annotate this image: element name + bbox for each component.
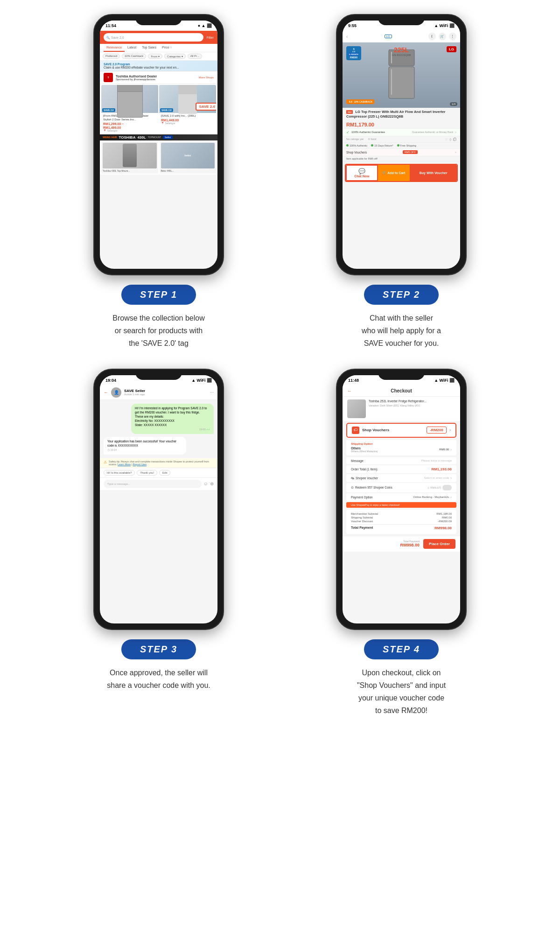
phone1-filter-btn[interactable]: Filter xyxy=(206,36,214,39)
order-summary: Merchandise Subtotal RM1,198.00 Shipping… xyxy=(346,510,456,534)
chat-emoji-btn[interactable]: ☺ xyxy=(203,481,208,486)
product-card-2[interactable]: SAVE 2.0 SAVE 2.0 [SAVE 2.0 with] Inv...… xyxy=(159,85,216,133)
product2-name: [SAVE 2.0 with] Inv... (290L) xyxy=(161,114,214,118)
step2-col: 9:55 ▲ WiFi ⬛ ‹ LG ⟨ 🛒 ⋮ xyxy=(289,14,513,350)
payment-value: Online Banking - Maybank2u xyxy=(413,496,449,498)
product2-info: [SAVE 2.0 with] Inv... (290L) RM1,449.00… xyxy=(159,113,216,126)
pd-back-btn[interactable]: ‹ xyxy=(346,34,348,39)
shipping-arrow: › xyxy=(450,448,452,452)
pd-menu-icon[interactable]: ⋮ xyxy=(449,33,456,40)
step2-description: Chat with the sellerwho will help apply … xyxy=(362,312,441,350)
quick-replies: Hi! Is this available? Thank you! Edit xyxy=(100,468,217,477)
phone1-search-bar[interactable]: 🔍 Save 2.0 xyxy=(104,33,203,42)
phone1-time: 11:54 xyxy=(105,23,116,28)
sv-code: Select or enter code xyxy=(424,476,449,479)
beko-product-info: Beko 448L... xyxy=(161,169,215,172)
haier-bottom xyxy=(178,94,197,114)
tab-latest[interactable]: Latest xyxy=(125,44,139,52)
toshiba-size: 430L xyxy=(137,135,146,140)
shopee-voucher-row: 🛍 Shopee Voucher Select or enter code › xyxy=(346,474,456,482)
filter-cashback[interactable]: 10% Cashback xyxy=(122,54,146,59)
step1-col: 11:54 ● ▲ ⬛ 🔍 Save 2.0 Filter Relevance xyxy=(47,14,271,350)
summary-voucher-discount: Voucher Discount -RM200.09 xyxy=(351,520,452,523)
step4-col: 11:48 ▲ WiFi ⬛ ← Checkout Toshiba 252L I… xyxy=(289,369,513,717)
pd-share-icon[interactable]: ⟨ xyxy=(428,33,436,40)
product-card-1[interactable]: SAVE 2.0 [From RM1099 with SAVE 2.0] Hai… xyxy=(101,85,158,133)
large-product-beko[interactable]: beko Beko 448L... xyxy=(160,141,217,174)
pd-delivery-row: 100% Authentic 15 Days Return* Free Ship… xyxy=(343,143,460,149)
redeem-toggle[interactable] xyxy=(442,485,452,490)
place-order-bar: Total Payment RM998.00 Place Order xyxy=(343,536,460,552)
shipping-price-arrow: RM0.00 › xyxy=(439,448,452,452)
chat-input-bar: Type a message... ☺ ⊕ xyxy=(100,477,217,490)
filter-allpr[interactable]: All Pr... xyxy=(188,54,202,59)
hot-badge: Hot xyxy=(346,110,353,114)
report-user-link[interactable]: Report User xyxy=(133,463,147,466)
msg-received-1-time: ◷ 19:04 xyxy=(107,448,182,452)
pd-header-icons: ⟨ 🛒 ⋮ xyxy=(428,33,456,40)
voucher-label: Shop Vouchers xyxy=(362,428,424,432)
quick-reply-1[interactable]: Hi! Is this available? xyxy=(104,470,135,476)
chat-input-placeholder: Type a message... xyxy=(107,483,130,485)
phone1-save-banner: SAVE 2.0 Program Claim & use RM200 eReba… xyxy=(100,61,217,71)
chat-menu-btn[interactable]: ··· xyxy=(210,390,214,395)
sv-label: 🛍 Shopee Voucher xyxy=(351,476,378,480)
sv-shopee-icon: 🛍 xyxy=(351,476,354,480)
steps-row-1: 11:54 ● ▲ ⬛ 🔍 Save 2.0 Filter Relevance xyxy=(9,14,551,350)
checkout-product-img xyxy=(347,399,366,418)
chat-plus-btn[interactable]: ⊕ xyxy=(210,481,214,486)
phone3-mockup: 19:04 ▲ WiFi ⬛ ← 👤 SAVE Seller Active 1 … xyxy=(93,369,224,630)
checkout-back-btn[interactable]: ← xyxy=(347,388,352,393)
toshiba-strip: WENG HUB TOSHIBA 430L TOPMOUNT beko xyxy=(100,134,217,140)
msg-sent-1-time: 19:03 xyxy=(135,428,210,432)
chat-back-btn[interactable]: ← xyxy=(104,390,108,395)
payment-row: Payment Option Online Banking - Maybank2… xyxy=(346,493,456,501)
heart-icon[interactable]: ♡ xyxy=(445,138,448,141)
chat-input-field[interactable]: Type a message... xyxy=(104,480,202,488)
add-to-cart-btn[interactable]: 🛒 Add to Cart xyxy=(378,165,410,181)
ad-more[interactable]: More Shops xyxy=(199,76,214,79)
guarantee-sub: Guarantee Authentic or Money Back xyxy=(412,131,453,133)
filter-preferred[interactable]: Preferred xyxy=(103,54,120,59)
pd-action-icons: ♡ ⟨⟩ 💬 xyxy=(445,138,456,141)
filter-from[interactable]: From ▾ xyxy=(148,54,162,59)
lg-logo: LG xyxy=(447,46,456,52)
step1-desc-text: Browse the collection belowor search for… xyxy=(112,314,204,347)
buy-with-voucher-btn[interactable]: Buy With Voucher xyxy=(410,165,457,181)
merchandise-value: RM1,198.00 xyxy=(436,512,452,515)
chat-bubble-icon: 💬 xyxy=(358,168,365,175)
chat-icon[interactable]: 💬 xyxy=(453,138,456,141)
phone3-screen: 19:04 ▲ WiFi ⬛ ← 👤 SAVE Seller Active 1 … xyxy=(100,375,217,623)
step3-col: 19:04 ▲ WiFi ⬛ ← 👤 SAVE Seller Active 1 … xyxy=(47,369,271,717)
quick-reply-3[interactable]: Edit xyxy=(159,470,170,476)
phone4-screen: 11:48 ▲ WiFi ⬛ ← Checkout Toshiba 252L I… xyxy=(343,375,460,623)
step3-desc-text: Once approved, the seller willshare a vo… xyxy=(107,669,210,689)
quick-reply-2[interactable]: Thank you! xyxy=(137,470,157,476)
shipping-option-info: Others Others (West Malaysia) xyxy=(351,447,378,453)
share-icon[interactable]: ⟨⟩ xyxy=(449,138,451,141)
summary-merchandise: Merchandise Subtotal RM1,198.00 xyxy=(351,512,452,515)
phone1-signal: ● ▲ ⬛ xyxy=(198,23,212,28)
tab-price[interactable]: Price ↑ xyxy=(159,44,175,52)
capacity-value: 225L xyxy=(392,46,411,54)
filter-categories[interactable]: Categories ▾ xyxy=(164,54,186,59)
msg-received-1-text: Your application has been successful! Yo… xyxy=(107,440,176,447)
shop-vouchers-section[interactable]: 🏷 Shop Vouchers -RM200 › xyxy=(346,423,456,438)
large-product-toshiba[interactable]: Toshiba 430L Top Mount... xyxy=(101,141,158,174)
phone4-signal: ▲ WiFi ⬛ xyxy=(434,378,455,383)
large-products-section: Toshiba 430L Top Mount... beko Beko 448L… xyxy=(100,140,217,175)
learn-more-link[interactable]: Learn More xyxy=(118,463,131,466)
shipping-option-row: Others Others (West Malaysia) RM0.00 › xyxy=(351,447,452,453)
payment-right: Online Banking - Maybank2u › xyxy=(413,495,452,499)
msg-sent-1: Hi! I'm interested in applying for Progr… xyxy=(131,404,214,434)
pd-vouchers: Shop Vouchers RM5 OFF › xyxy=(343,149,460,156)
place-order-total: Total Payment RM998.00 xyxy=(400,540,420,547)
checkout-product: Toshiba 252L Inverter Fridge Refrigerato… xyxy=(343,397,460,421)
pd-cart-icon[interactable]: 🛒 xyxy=(439,33,446,40)
chat-now-label: Chat Now xyxy=(354,175,369,178)
place-order-btn[interactable]: Place Order xyxy=(423,539,455,549)
toshiba-label: TOSHIBA xyxy=(119,135,136,140)
tab-topsales[interactable]: Top Sales xyxy=(139,44,159,52)
tab-relevance[interactable]: Relevance xyxy=(104,44,125,52)
chat-now-btn[interactable]: 💬 Chat Now xyxy=(346,165,378,181)
